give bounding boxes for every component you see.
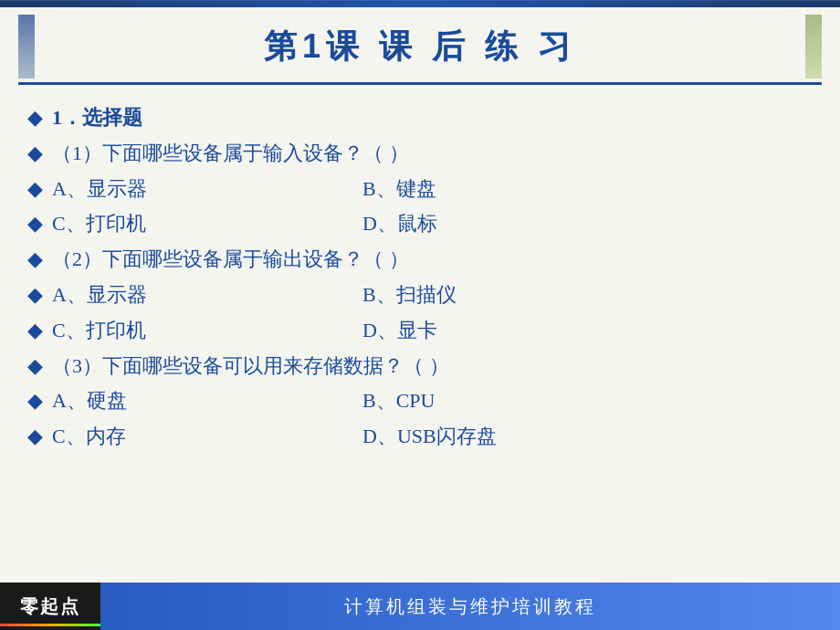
item-text: 1．选择题 bbox=[52, 104, 813, 132]
item-text: （2）下面哪些设备属于输出设备？（ ） bbox=[52, 246, 813, 274]
bullet-icon: ◆ bbox=[27, 175, 43, 204]
content-area: ◆ 1．选择题 ◆ （1）下面哪些设备属于输入设备？（ ） ◆ A、显示器 B、… bbox=[0, 92, 840, 583]
option-c: C、内存 bbox=[52, 423, 362, 451]
option-a: A、硬盘 bbox=[52, 387, 362, 415]
bullet-icon: ◆ bbox=[27, 140, 43, 168]
footer: 零起点 计算机组装与维护培训教程 bbox=[0, 583, 840, 630]
option-a: A、显示器 bbox=[52, 281, 362, 310]
list-item: ◆ C、内存 D、USB闪存盘 bbox=[27, 420, 813, 454]
logo-accent bbox=[0, 624, 100, 626]
list-item: ◆ （2）下面哪些设备属于输出设备？（ ） bbox=[27, 243, 813, 277]
option-c: C、打印机 bbox=[52, 210, 362, 238]
item-text: A、显示器 B、扫描仪 bbox=[52, 281, 813, 310]
option-c: C、打印机 bbox=[52, 317, 362, 345]
footer-subtitle: 计算机组装与维护培训教程 bbox=[100, 594, 840, 619]
right-decoration bbox=[805, 15, 822, 79]
list-item: ◆ A、显示器 B、扫描仪 bbox=[27, 278, 813, 312]
option-b: B、CPU bbox=[362, 387, 813, 415]
bullet-icon: ◆ bbox=[27, 352, 43, 381]
list-item: ◆ C、打印机 D、显卡 bbox=[27, 314, 813, 348]
title-underline bbox=[18, 82, 822, 85]
option-row: C、打印机 D、鼠标 bbox=[52, 210, 813, 238]
option-b: B、扫描仪 bbox=[362, 281, 813, 310]
option-b: B、键盘 bbox=[362, 175, 813, 204]
option-row: A、显示器 B、键盘 bbox=[52, 175, 813, 204]
item-text: （1）下面哪些设备属于输入设备？（ ） bbox=[52, 140, 813, 168]
bullet-icon: ◆ bbox=[27, 210, 43, 238]
item-text: C、打印机 D、鼠标 bbox=[52, 210, 813, 238]
option-a: A、显示器 bbox=[52, 175, 362, 204]
list-item: ◆ C、打印机 D、鼠标 bbox=[27, 207, 813, 241]
slide-title: 第1课 课 后 练 习 bbox=[48, 26, 792, 68]
footer-logo: 零起点 bbox=[0, 583, 100, 630]
list-item: ◆ A、显示器 B、键盘 bbox=[27, 173, 813, 206]
bullet-icon: ◆ bbox=[27, 104, 43, 132]
item-text: A、显示器 B、键盘 bbox=[52, 175, 813, 204]
option-row: A、硬盘 B、CPU bbox=[52, 387, 813, 415]
list-item: ◆ （1）下面哪些设备属于输入设备？（ ） bbox=[27, 137, 813, 171]
item-text: C、打印机 D、显卡 bbox=[52, 317, 813, 345]
option-row: C、打印机 D、显卡 bbox=[52, 317, 813, 345]
slide: 第1课 课 后 练 习 ◆ 1．选择题 ◆ （1）下面哪些设备属于输入设备？（ … bbox=[0, 0, 840, 630]
logo-text: 零起点 bbox=[20, 594, 80, 619]
bullet-icon: ◆ bbox=[27, 317, 43, 345]
option-d: D、鼠标 bbox=[362, 210, 813, 238]
left-decoration bbox=[18, 15, 35, 79]
item-text: C、内存 D、USB闪存盘 bbox=[52, 423, 813, 451]
option-row: A、显示器 B、扫描仪 bbox=[52, 281, 813, 310]
option-d: D、USB闪存盘 bbox=[362, 423, 813, 451]
title-container: 第1课 课 后 练 习 bbox=[48, 26, 792, 68]
option-row: C、内存 D、USB闪存盘 bbox=[52, 423, 813, 451]
item-text: （3）下面哪些设备可以用来存储数据？（ ） bbox=[52, 352, 813, 381]
list-item: ◆ 1．选择题 bbox=[27, 101, 813, 135]
bullet-icon: ◆ bbox=[27, 423, 43, 451]
top-bar bbox=[0, 0, 840, 7]
bullet-icon: ◆ bbox=[27, 246, 43, 274]
header-area: 第1课 课 后 练 习 bbox=[0, 7, 840, 82]
list-item: ◆ A、硬盘 B、CPU bbox=[27, 384, 813, 418]
option-d: D、显卡 bbox=[362, 317, 813, 345]
list-item: ◆ （3）下面哪些设备可以用来存储数据？（ ） bbox=[27, 350, 813, 383]
bullet-icon: ◆ bbox=[27, 281, 43, 310]
bullet-icon: ◆ bbox=[27, 387, 43, 415]
item-text: A、硬盘 B、CPU bbox=[52, 387, 813, 415]
